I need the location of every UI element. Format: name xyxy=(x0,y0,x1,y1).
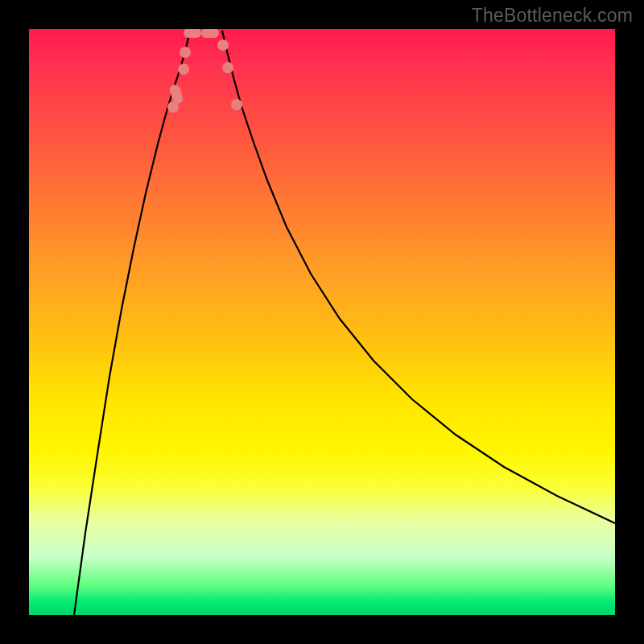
marker-capsule xyxy=(184,29,201,38)
marker-dot xyxy=(231,99,242,110)
curve-right-branch xyxy=(222,31,615,523)
marker-dot xyxy=(180,47,191,58)
marker-dot xyxy=(178,64,189,75)
marker-capsule xyxy=(168,84,184,105)
marker-capsule xyxy=(201,29,219,38)
curve-left-branch xyxy=(74,31,190,615)
marker-dot xyxy=(222,62,233,73)
curve-layer xyxy=(29,29,615,615)
plot-area xyxy=(29,29,615,615)
markers-group xyxy=(167,29,242,113)
marker-dot xyxy=(217,39,229,51)
watermark-text: TheBottleneck.com xyxy=(472,5,633,27)
chart-frame: TheBottleneck.com xyxy=(0,0,644,644)
